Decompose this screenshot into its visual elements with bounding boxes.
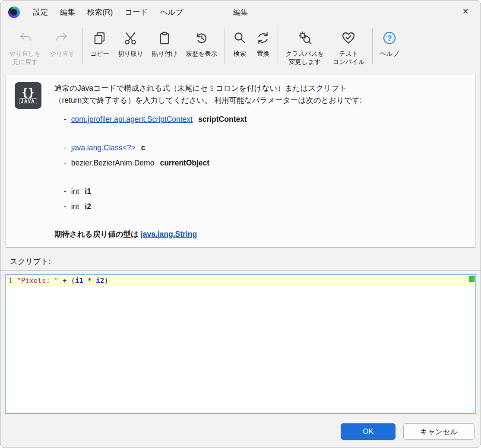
param-type: int bbox=[71, 200, 79, 213]
info-intro: 通常のJavaコードで構成される式（末尾にセミコロンを付けない）またはスクリプト… bbox=[54, 82, 362, 106]
toolbar-separator bbox=[372, 28, 373, 64]
param-row: - int i2 bbox=[64, 200, 362, 213]
bullet: - bbox=[64, 200, 66, 213]
close-button[interactable]: × bbox=[460, 6, 471, 17]
search-icon bbox=[232, 28, 247, 48]
script-label: スクリプト: bbox=[0, 252, 481, 271]
copy-icon bbox=[92, 28, 107, 48]
param-name: c bbox=[141, 142, 146, 154]
param-type: bezier.BezierAnim.Demo bbox=[71, 157, 155, 169]
help-button[interactable]: ? ヘルプ bbox=[376, 25, 404, 67]
param-row: - int i1 bbox=[64, 185, 362, 197]
history-icon bbox=[194, 28, 209, 48]
bullet: - bbox=[64, 113, 66, 125]
redo-icon bbox=[55, 28, 70, 48]
cut-label: 切り取り bbox=[118, 50, 143, 58]
ok-button[interactable]: OK bbox=[341, 423, 396, 440]
error-stripe-ok-marker bbox=[469, 276, 475, 282]
return-type-line: 期待される戻り値の型は java.lang.String bbox=[54, 228, 362, 240]
toolbar-separator bbox=[82, 28, 83, 64]
bullet: - bbox=[64, 185, 66, 197]
param-row: - bezier.BezierAnim.Demo currentObject bbox=[64, 157, 362, 169]
copy-button[interactable]: コピー bbox=[86, 25, 114, 67]
test-compile-button[interactable]: テスト コンパイル bbox=[328, 25, 369, 67]
code-line-current[interactable]: 1 "Pixels: " + (i1 * i2) bbox=[6, 275, 475, 286]
redo-label: やり直す bbox=[50, 50, 75, 58]
cancel-button[interactable]: キャンセル bbox=[403, 423, 475, 440]
menubar: 設定 編集 検索(R) コード ヘルプ 編集 × bbox=[0, 0, 481, 24]
info-text: 通常のJavaコードで構成される式（末尾にセミコロンを付けない）またはスクリプト… bbox=[54, 82, 362, 240]
toolbar-separator bbox=[278, 28, 278, 64]
replace-button[interactable]: 置換 bbox=[251, 25, 275, 67]
info-panel: {} JAVA 通常のJavaコードで構成される式（末尾にセミコロンを付けない）… bbox=[6, 75, 475, 248]
code-token-operator: ) bbox=[104, 276, 108, 285]
toolbar-separator bbox=[225, 28, 225, 64]
param-name: currentObject bbox=[160, 157, 209, 169]
bullet: - bbox=[64, 142, 66, 154]
classpath-gear-search-icon bbox=[297, 28, 313, 48]
param-type: int bbox=[71, 185, 79, 197]
java-braces-glyph: {} bbox=[22, 87, 35, 98]
heart-check-icon bbox=[341, 28, 356, 48]
jprofiler-logo-icon bbox=[8, 6, 20, 18]
paste-button[interactable]: 貼り付け bbox=[148, 25, 182, 67]
replace-icon bbox=[256, 28, 270, 48]
change-classpath-label: クラスパスを 変更します bbox=[285, 50, 324, 66]
code-token-operator: + ( bbox=[58, 276, 75, 285]
code-content: "Pixels: " + (i1 * i2) bbox=[17, 276, 108, 285]
undo-icon bbox=[18, 28, 32, 48]
menu-item-help[interactable]: ヘルプ bbox=[154, 4, 190, 20]
copy-label: コピー bbox=[90, 50, 109, 58]
bullet: - bbox=[64, 157, 66, 169]
return-type-link[interactable]: java.lang.String bbox=[141, 230, 197, 238]
replace-label: 置換 bbox=[257, 50, 269, 58]
line-number: 1 bbox=[6, 276, 17, 285]
svg-text:?: ? bbox=[387, 34, 392, 43]
toolbar: やり直しを 元に戻す やり直す コピー bbox=[0, 24, 481, 71]
class-type-link[interactable]: java.lang.Class<?> bbox=[71, 142, 136, 154]
search-button[interactable]: 検索 bbox=[228, 25, 251, 67]
code-token-operator: * bbox=[83, 276, 96, 285]
java-word: JAVA bbox=[19, 98, 37, 104]
paste-label: 貼り付け bbox=[152, 50, 177, 58]
cut-button[interactable]: 切り取り bbox=[114, 25, 148, 67]
menu-item-code[interactable]: コード bbox=[119, 4, 154, 20]
script-editor-window: 設定 編集 検索(R) コード ヘルプ 編集 × やり直しを 元に戻す bbox=[0, 0, 481, 448]
menu-item-settings[interactable]: 設定 bbox=[27, 4, 54, 20]
undo-label: やり直しを 元に戻す bbox=[9, 50, 41, 66]
code-token-string: "Pixels: " bbox=[17, 276, 58, 285]
script-code-editor[interactable]: 1 "Pixels: " + (i1 * i2) bbox=[5, 274, 476, 414]
param-row: - java.lang.Class<?> c bbox=[64, 142, 362, 154]
java-icon: {} JAVA bbox=[15, 82, 41, 109]
show-history-button[interactable]: 履歴を表示 bbox=[181, 25, 222, 67]
help-label: ヘルプ bbox=[380, 50, 399, 58]
change-classpath-button[interactable]: クラスパスを 変更します bbox=[281, 25, 328, 67]
redo-button[interactable]: やり直す bbox=[45, 25, 79, 67]
editor-empty-area[interactable] bbox=[6, 286, 475, 413]
code-token-variable: i1 bbox=[75, 276, 83, 285]
window-title: 編集 bbox=[233, 7, 248, 17]
param-name: scriptContext bbox=[198, 113, 247, 125]
scriptcontext-type-link[interactable]: com.jprofiler.api.agent.ScriptContext bbox=[71, 113, 193, 125]
menu-item-search[interactable]: 検索(R) bbox=[81, 4, 119, 20]
param-row: - com.jprofiler.api.agent.ScriptContext … bbox=[64, 113, 362, 125]
parameter-list: - com.jprofiler.api.agent.ScriptContext … bbox=[54, 113, 362, 213]
test-compile-label: テスト コンパイル bbox=[332, 50, 364, 66]
code-token-variable: i2 bbox=[96, 276, 104, 285]
param-name: i2 bbox=[85, 200, 91, 213]
undo-button[interactable]: やり直しを 元に戻す bbox=[5, 25, 45, 67]
return-type-prefix: 期待される戻り値の型は bbox=[54, 230, 141, 238]
dialog-footer: OK キャンセル bbox=[0, 416, 481, 448]
param-name: i1 bbox=[85, 185, 91, 197]
history-label: 履歴を表示 bbox=[186, 50, 217, 58]
help-icon: ? bbox=[382, 28, 397, 48]
paste-icon bbox=[157, 28, 172, 48]
cut-icon bbox=[123, 28, 138, 48]
search-label: 検索 bbox=[234, 50, 246, 58]
menu-item-edit[interactable]: 編集 bbox=[54, 4, 81, 20]
